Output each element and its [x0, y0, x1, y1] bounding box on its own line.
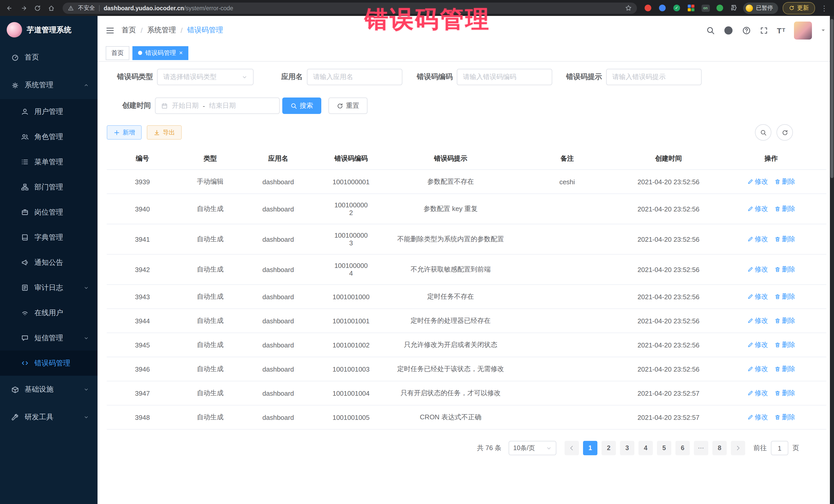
- delete-link[interactable]: 删除: [774, 177, 795, 186]
- cell-operations: 修改删除: [716, 309, 826, 333]
- edit-link[interactable]: 修改: [747, 340, 768, 350]
- extension-on-badge-icon[interactable]: on: [701, 4, 710, 12]
- search-button[interactable]: 搜索: [282, 97, 321, 114]
- sidebar-item-menu[interactable]: 菜单管理: [0, 149, 97, 175]
- cell-remark: [513, 357, 621, 381]
- sidebar-item-notice[interactable]: 通知公告: [0, 250, 97, 275]
- sidebar-item-online-user[interactable]: 在线用户: [0, 300, 97, 325]
- sidebar-item-audit-log[interactable]: 审计日志: [0, 275, 97, 300]
- cell-time: 2021-04-20 23:52:56: [621, 333, 716, 357]
- extension-red-icon[interactable]: [643, 4, 652, 12]
- close-icon[interactable]: ×: [179, 50, 183, 56]
- screen: 不安全 dashboard.yudao.iocoder.cn/system/er…: [0, 0, 834, 504]
- page-size-select[interactable]: 10条/页: [509, 441, 556, 455]
- extension-blue-icon[interactable]: [658, 4, 667, 12]
- sidebar-item-post[interactable]: 岗位管理: [0, 200, 97, 225]
- browser-menu-icon[interactable]: ⋮: [820, 3, 829, 13]
- date-range-picker[interactable]: 开始日期 - 结束日期: [155, 97, 280, 114]
- delete-link[interactable]: 删除: [774, 235, 795, 244]
- page-button-2[interactable]: 2: [601, 441, 616, 455]
- page-button-8[interactable]: 8: [712, 441, 727, 455]
- delete-link[interactable]: 删除: [774, 365, 795, 374]
- address-bar[interactable]: 不安全 dashboard.yudao.iocoder.cn/system/er…: [63, 2, 637, 14]
- goto-suffix: 页: [792, 443, 799, 453]
- page-button-1[interactable]: 1: [583, 441, 597, 455]
- goto-page-input[interactable]: 1: [771, 441, 788, 455]
- profile-paused-badge[interactable]: 已暂停: [743, 2, 778, 14]
- sidebar-item-home[interactable]: 首页: [0, 44, 97, 71]
- page-button-3[interactable]: 3: [620, 441, 634, 455]
- edit-link[interactable]: 修改: [747, 204, 768, 214]
- delete-link[interactable]: 删除: [774, 316, 795, 325]
- sidebar-item-infra[interactable]: 基础设施: [0, 376, 97, 403]
- error-hint-input[interactable]: 请输入错误码提示: [606, 69, 702, 85]
- edit-link[interactable]: 修改: [747, 316, 768, 325]
- font-size-icon[interactable]: TT: [777, 26, 785, 34]
- user-avatar[interactable]: [794, 21, 812, 39]
- sidebar-item-dev-tools[interactable]: 研发工具: [0, 403, 97, 431]
- delete-link[interactable]: 删除: [774, 292, 795, 301]
- sidebar-item-dept[interactable]: 部门管理: [0, 175, 97, 200]
- cell-operations: 修改删除: [716, 381, 826, 405]
- fullscreen-icon[interactable]: [759, 26, 768, 35]
- reset-button[interactable]: 重置: [328, 97, 368, 114]
- extension-green-check-icon[interactable]: ✓: [672, 4, 681, 12]
- pagination: 共 76 条 10条/页 123456···8 前往 1 页: [107, 441, 799, 455]
- extension-grid-icon[interactable]: [687, 4, 696, 12]
- github-icon[interactable]: [724, 25, 733, 35]
- toggle-search-button[interactable]: [755, 124, 771, 140]
- refresh-table-button[interactable]: [776, 124, 793, 140]
- page-button-5[interactable]: 5: [657, 441, 671, 455]
- extension-green-icon[interactable]: [716, 4, 724, 12]
- page-ellipsis[interactable]: ···: [694, 441, 708, 455]
- edit-link[interactable]: 修改: [747, 292, 768, 301]
- edit-link[interactable]: 修改: [747, 235, 768, 244]
- delete-link[interactable]: 删除: [774, 389, 795, 398]
- caret-down-icon[interactable]: [821, 28, 826, 33]
- tab-home[interactable]: 首页: [106, 46, 129, 60]
- hamburger-icon[interactable]: [106, 26, 114, 35]
- refresh-icon[interactable]: [33, 3, 42, 13]
- bookmark-star-icon[interactable]: [625, 5, 632, 11]
- extensions-puzzle-icon[interactable]: [730, 4, 739, 12]
- browser-update-button[interactable]: 更新: [783, 2, 815, 14]
- back-icon[interactable]: [5, 3, 14, 13]
- search-icon[interactable]: [706, 26, 715, 35]
- breadcrumb-item[interactable]: 首页: [122, 26, 136, 35]
- error-type-select[interactable]: 请选择错误码类型: [157, 69, 254, 85]
- sidebar-item-error-code[interactable]: 错误码管理: [0, 351, 97, 376]
- question-icon[interactable]: [742, 26, 751, 35]
- sidebar-item-dict[interactable]: 字典管理: [0, 225, 97, 250]
- delete-link[interactable]: 删除: [774, 204, 795, 214]
- cell-code: 100100000 2: [314, 194, 388, 224]
- tab-error-code[interactable]: 错误码管理×: [132, 46, 188, 60]
- home-icon[interactable]: [47, 3, 56, 13]
- delete-link[interactable]: 删除: [774, 340, 795, 350]
- cell-app: dashboard: [242, 405, 314, 429]
- edit-link[interactable]: 修改: [747, 265, 768, 274]
- date-end-placeholder: 结束日期: [209, 101, 236, 110]
- edit-link[interactable]: 修改: [747, 389, 768, 398]
- forward-icon[interactable]: [19, 3, 28, 13]
- edit-link[interactable]: 修改: [747, 413, 768, 422]
- add-button[interactable]: 新增: [107, 125, 142, 139]
- next-page-button[interactable]: [731, 441, 745, 455]
- scrollbar-thumb[interactable]: [830, 19, 833, 178]
- breadcrumb-item[interactable]: 系统管理: [147, 26, 176, 35]
- page-button-6[interactable]: 6: [675, 441, 690, 455]
- sidebar-item-user[interactable]: 用户管理: [0, 99, 97, 124]
- delete-link[interactable]: 删除: [774, 265, 795, 274]
- export-button[interactable]: 导出: [147, 125, 182, 139]
- search-icon: [760, 129, 767, 136]
- edit-link[interactable]: 修改: [747, 365, 768, 374]
- security-label[interactable]: 不安全: [78, 4, 95, 12]
- edit-link[interactable]: 修改: [747, 177, 768, 186]
- delete-link[interactable]: 删除: [774, 413, 795, 422]
- app-name-input[interactable]: 请输入应用名: [307, 69, 402, 85]
- error-code-input[interactable]: 请输入错误码编码: [457, 69, 552, 85]
- prev-page-button[interactable]: [565, 441, 579, 455]
- page-button-4[interactable]: 4: [638, 441, 653, 455]
- sidebar-item-sms[interactable]: 短信管理: [0, 325, 97, 351]
- sidebar-item-system[interactable]: 系统管理: [0, 71, 97, 99]
- sidebar-item-role[interactable]: 角色管理: [0, 124, 97, 149]
